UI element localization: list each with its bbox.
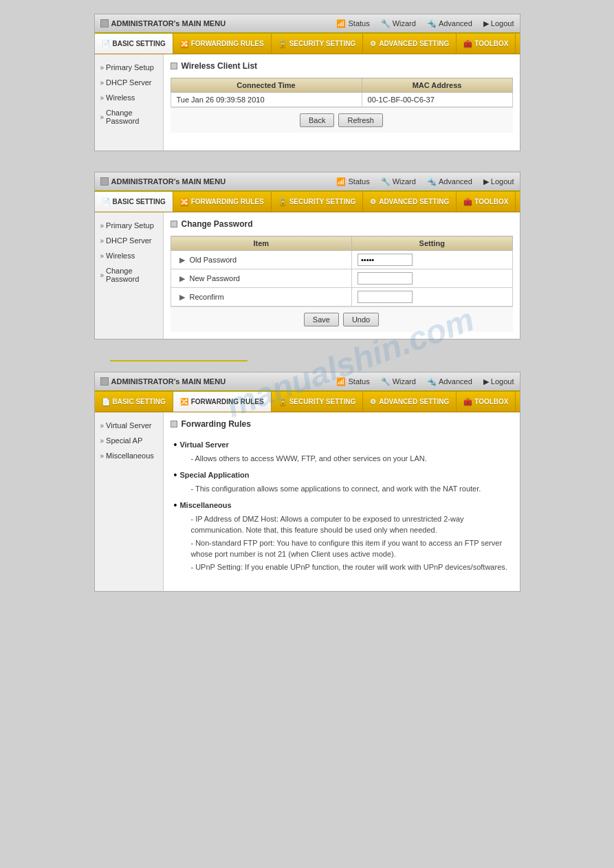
logout-link-1[interactable]: ▶ Logout xyxy=(483,19,514,28)
wizard-link-3[interactable]: 🔧 Wizard xyxy=(381,377,416,386)
tab-toolbox-2[interactable]: 🧰 TOOLBOX xyxy=(457,192,516,212)
tab-icon-fwd-3: 🔀 xyxy=(180,398,188,405)
content-area-1: Primary Setup DHCP Server Wireless Chang… xyxy=(95,54,520,151)
tab-advanced-2[interactable]: ⚙ ADVANCED SETTING xyxy=(363,192,457,212)
forwarding-rules-content: • Virtual Server - Allows others to acce… xyxy=(171,436,513,581)
wireless-client-table: Connected Time MAC Address Tue Jan 26 09… xyxy=(171,78,513,107)
change-password-table: Item Setting ▶ Old Password xyxy=(171,236,513,307)
tab-icon-fwd-2: 🔀 xyxy=(180,198,188,205)
old-password-input[interactable] xyxy=(358,254,413,266)
advanced-link-3[interactable]: 🔩 Advanced xyxy=(427,377,472,386)
sidebar-primary-setup-2[interactable]: Primary Setup xyxy=(95,218,163,233)
tab-basic-setting-3[interactable]: 📄 BASIC SETTING xyxy=(95,392,173,412)
table-row: ▶ Old Password xyxy=(171,251,512,269)
tab-basic-setting-2[interactable]: 📄 BASIC SETTING xyxy=(95,192,173,212)
main-content-1: Wireless Client List Connected Time MAC … xyxy=(164,54,520,151)
tab-icon-basic-1: 📄 xyxy=(102,40,110,47)
status-link-2[interactable]: 📶 Status xyxy=(336,177,369,186)
top-nav-links-2: 📶 Status 🔧 Wizard 🔩 Advanced ▶ Logout xyxy=(336,177,514,186)
section-title-icon-1 xyxy=(171,63,177,69)
content-area-3: Virtual Server Special AP Miscellaneous … xyxy=(95,412,520,591)
table-row: Tue Jan 26 09:39:58 2010 00-1C-BF-00-C6-… xyxy=(171,93,512,107)
undo-button[interactable]: Undo xyxy=(343,313,379,326)
back-button-1[interactable]: Back xyxy=(300,113,334,127)
sidebar-1: Primary Setup DHCP Server Wireless Chang… xyxy=(95,54,164,151)
reconfirm-cell xyxy=(351,288,512,307)
separator-line xyxy=(110,360,248,361)
table-row: ▶ Reconfirm xyxy=(171,288,512,307)
admin-menu-title-3: ADMINISTRATOR's MAIN MENU xyxy=(100,377,337,386)
tab-icon-sec-2: 🔒 xyxy=(278,198,287,205)
sidebar-change-password-2[interactable]: Change Password xyxy=(95,263,163,287)
tab-bar-1: 📄 BASIC SETTING 🔀 FORWARDING RULES 🔒 SEC… xyxy=(95,34,520,54)
old-password-label: ▶ Old Password xyxy=(171,251,351,269)
sidebar-dhcp-server-2[interactable]: DHCP Server xyxy=(95,233,163,248)
sidebar-dhcp-server-1[interactable]: DHCP Server xyxy=(95,75,163,90)
tab-icon-adv-2: ⚙ xyxy=(370,198,376,205)
tab-bar-2: 📄 BASIC SETTING 🔀 FORWARDING RULES 🔒 SEC… xyxy=(95,192,520,212)
tab-security-1[interactable]: 🔒 SECURITY SETTING xyxy=(272,34,364,54)
col-header-mac-address: MAC Address xyxy=(362,78,512,93)
reconfirm-label: ▶ Reconfirm xyxy=(171,288,351,307)
tab-icon-sec-1: 🔒 xyxy=(278,40,287,47)
wizard-link-1[interactable]: 🔧 Wizard xyxy=(381,19,416,28)
connected-time-cell: Tue Jan 26 09:39:58 2010 xyxy=(171,93,362,107)
top-nav-links-3: 📶 Status 🔧 Wizard 🔩 Advanced ▶ Logout xyxy=(336,377,514,386)
fw-desc-virtual-server: - Allows others to access WWW, FTP, and … xyxy=(179,453,426,465)
tab-toolbox-3[interactable]: 🧰 TOOLBOX xyxy=(457,392,516,412)
new-password-cell xyxy=(351,269,512,288)
advanced-link-2[interactable]: 🔩 Advanced xyxy=(427,177,472,186)
tab-security-2[interactable]: 🔒 SECURITY SETTING xyxy=(272,192,364,212)
section-title-icon-2 xyxy=(171,221,177,227)
status-link-1[interactable]: 📶 Status xyxy=(336,19,369,28)
sidebar-special-ap[interactable]: Special AP xyxy=(95,433,163,448)
panel-change-password: ADMINISTRATOR's MAIN MENU 📶 Status 🔧 Wiz… xyxy=(94,172,520,340)
tab-security-3[interactable]: 🔒 SECURITY SETTING xyxy=(272,392,364,412)
button-row-2: Save Undo xyxy=(171,307,513,332)
section-title-3: Forwarding Rules xyxy=(171,419,513,429)
admin-menu-title-2: ADMINISTRATOR's MAIN MENU xyxy=(100,177,337,186)
tab-icon-tool-2: 🧰 xyxy=(463,198,472,205)
col-header-item: Item xyxy=(171,236,351,251)
panel-wireless-client: ADMINISTRATOR's MAIN MENU 📶 Status 🔧 Wiz… xyxy=(94,14,520,151)
new-password-input[interactable] xyxy=(358,272,413,285)
tab-icon-adv-1: ⚙ xyxy=(370,40,376,47)
admin-icon-1 xyxy=(100,19,109,27)
tab-forwarding-rules-1[interactable]: 🔀 FORWARDING RULES xyxy=(173,34,272,54)
tab-icon-adv-3: ⚙ xyxy=(370,398,376,405)
tab-forwarding-rules-3[interactable]: 🔀 FORWARDING RULES xyxy=(173,392,272,412)
logout-link-2[interactable]: ▶ Logout xyxy=(483,177,514,186)
tab-forwarding-rules-2[interactable]: 🔀 FORWARDING RULES xyxy=(173,192,272,212)
sidebar-miscellaneous[interactable]: Miscellaneous xyxy=(95,448,163,463)
tab-toolbox-1[interactable]: 🧰 TOOLBOX xyxy=(457,34,516,54)
sidebar-primary-setup-1[interactable]: Primary Setup xyxy=(95,60,163,75)
tab-advanced-3[interactable]: ⚙ ADVANCED SETTING xyxy=(363,392,457,412)
top-nav-3: ADMINISTRATOR's MAIN MENU 📶 Status 🔧 Wiz… xyxy=(95,372,520,392)
fw-item-virtual-server: • Virtual Server - Allows others to acce… xyxy=(174,439,509,464)
reconfirm-input[interactable] xyxy=(358,291,413,303)
col-header-setting: Setting xyxy=(351,236,512,251)
new-password-label: ▶ New Password xyxy=(171,269,351,288)
tab-basic-setting-1[interactable]: 📄 BASIC SETTING xyxy=(95,34,173,54)
fw-desc-special-app: - This configuration allows some applica… xyxy=(179,483,481,495)
sidebar-3: Virtual Server Special AP Miscellaneous xyxy=(95,412,164,591)
sidebar-change-password-1[interactable]: Change Password xyxy=(95,105,163,129)
sidebar-wireless-1[interactable]: Wireless xyxy=(95,90,163,105)
wizard-link-2[interactable]: 🔧 Wizard xyxy=(381,177,416,186)
tab-bar-3: 📄 BASIC SETTING 🔀 FORWARDING RULES 🔒 SEC… xyxy=(95,392,520,412)
content-area-2: Primary Setup DHCP Server Wireless Chang… xyxy=(95,212,520,339)
sidebar-virtual-server[interactable]: Virtual Server xyxy=(95,418,163,433)
main-content-2: Change Password Item Setting ▶ Old xyxy=(164,212,520,339)
logout-link-3[interactable]: ▶ Logout xyxy=(483,377,514,386)
section-title-icon-3 xyxy=(171,421,177,427)
refresh-button-1[interactable]: Refresh xyxy=(338,113,383,127)
save-button[interactable]: Save xyxy=(304,313,339,326)
sidebar-wireless-2[interactable]: Wireless xyxy=(95,248,163,263)
admin-menu-label-2: ADMINISTRATOR's MAIN MENU xyxy=(111,177,226,186)
admin-menu-title-1: ADMINISTRATOR's MAIN MENU xyxy=(100,19,337,27)
status-link-3[interactable]: 📶 Status xyxy=(336,377,369,386)
advanced-link-1[interactable]: 🔩 Advanced xyxy=(427,19,472,28)
old-password-cell xyxy=(351,251,512,269)
tab-advanced-1[interactable]: ⚙ ADVANCED SETTING xyxy=(363,34,457,54)
tab-icon-fwd-1: 🔀 xyxy=(180,40,188,47)
